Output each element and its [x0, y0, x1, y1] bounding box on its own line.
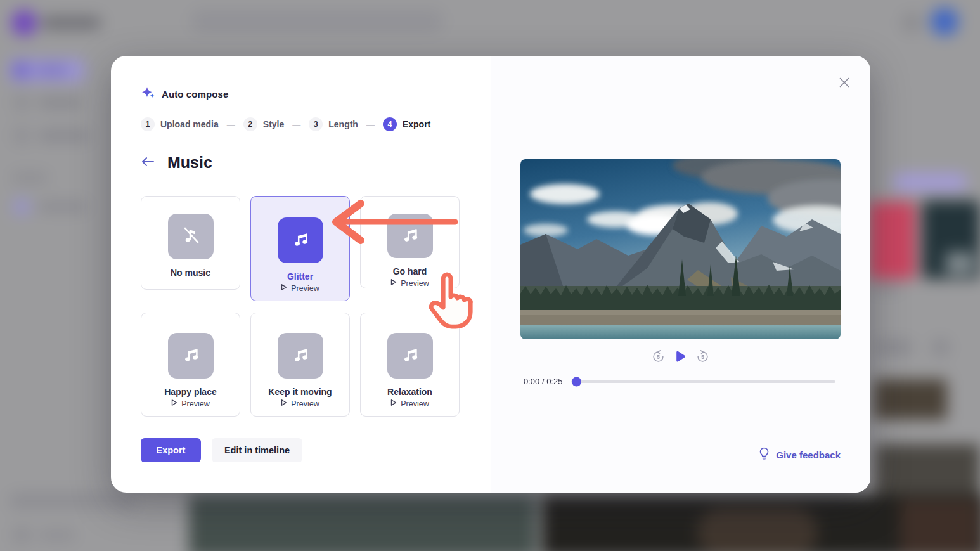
time-display: 0:00 / 0:25 [524, 377, 562, 386]
step-label: Length [328, 119, 358, 129]
step-label: Upload media [160, 119, 219, 129]
sidebar-item-icon [13, 94, 30, 111]
music-tile [387, 333, 433, 379]
sidebar-item-label [38, 202, 87, 212]
rewind-5-icon: 5 [652, 350, 665, 365]
sidebar-item-active-icon [13, 63, 29, 78]
music-card-no-music[interactable]: No music [141, 196, 240, 290]
background-button [874, 340, 913, 355]
music-note-icon [400, 344, 420, 367]
music-note-icon [290, 344, 311, 367]
forward-5-icon: 5 [696, 350, 709, 365]
preview-label: Preview [181, 399, 209, 408]
svg-text:5: 5 [657, 354, 660, 360]
music-note-icon [290, 229, 311, 252]
background-thumbnail-detail [946, 252, 974, 274]
preview-button[interactable]: Preview [390, 278, 429, 288]
topbar-icon-blurred [901, 13, 922, 33]
background-button [932, 339, 950, 356]
preview-label: Preview [401, 279, 429, 288]
lightbulb-icon [758, 447, 770, 463]
give-feedback-button[interactable]: Give feedback [758, 447, 841, 463]
give-feedback-label: Give feedback [776, 450, 841, 460]
step-label: Style [263, 119, 284, 129]
user-avatar [931, 8, 958, 36]
video-preview [520, 159, 841, 339]
close-button[interactable] [837, 75, 852, 91]
music-card-label: No music [171, 268, 210, 278]
step-export[interactable]: 4 Export [383, 117, 430, 131]
app-logo [11, 10, 37, 36]
edit-in-timeline-button[interactable]: Edit in timeline [212, 438, 302, 462]
seek-thumb[interactable] [572, 377, 581, 386]
music-card-relaxation[interactable]: Relaxation Preview [360, 313, 460, 417]
music-card-glitter[interactable]: Glitter Preview [250, 196, 350, 301]
preview-label: Preview [291, 399, 319, 408]
preview-button[interactable]: Preview [171, 399, 209, 408]
rewind-5-button[interactable]: 5 [652, 350, 665, 365]
music-header: Music [141, 153, 212, 172]
sidebar-item-label [38, 530, 76, 540]
preview-button[interactable]: Preview [281, 399, 319, 408]
play-outline-icon [281, 399, 287, 408]
modal-header: Auto compose [141, 86, 228, 102]
search-bar-blurred [190, 10, 444, 33]
music-heading: Music [167, 153, 212, 172]
step-separator: — [366, 120, 375, 129]
music-card-label: Relaxation [387, 387, 432, 397]
step-number: 4 [383, 117, 397, 131]
play-button[interactable] [675, 351, 686, 365]
music-tile [168, 214, 214, 259]
forward-5-button[interactable]: 5 [696, 350, 709, 365]
step-style[interactable]: 2 Style [243, 117, 284, 131]
step-separator: — [292, 120, 300, 129]
music-card-label: Keep it moving [268, 387, 332, 397]
music-tile [278, 333, 323, 379]
music-card-label: Go hard [393, 266, 427, 276]
background-video-thumbnail [189, 495, 536, 551]
preview-button[interactable]: Preview [281, 283, 319, 293]
music-tile [278, 217, 323, 263]
background-person-image [697, 507, 818, 551]
sparkle-icon [141, 86, 155, 102]
step-number: 2 [243, 117, 257, 131]
play-outline-icon [390, 399, 397, 408]
sidebar-item-label [38, 130, 90, 141]
sidebar-item-icon [13, 198, 30, 215]
step-upload-media[interactable]: 1 Upload media [141, 117, 219, 131]
sidebar-item-icon [13, 527, 30, 543]
play-outline-icon [390, 278, 397, 288]
app-logo-text [41, 16, 101, 29]
close-icon [839, 81, 850, 90]
player-controls: 5 5 [520, 350, 841, 365]
export-button[interactable]: Export [141, 438, 201, 462]
background-image [900, 500, 980, 551]
sidebar-item-label [9, 493, 136, 509]
music-tile [168, 333, 214, 379]
music-options-grid: No music Glitter [141, 196, 460, 418]
sidebar-item-active-label [35, 65, 69, 75]
modal-actions: Export Edit in timeline [141, 438, 302, 462]
music-card-go-hard[interactable]: Go hard Preview [360, 196, 460, 288]
back-button[interactable] [141, 155, 157, 171]
sidebar-item-label [38, 97, 82, 108]
seek-bar[interactable] [571, 380, 835, 383]
music-card-label: Glitter [287, 271, 313, 282]
background-thumbnail-red [868, 202, 915, 279]
music-card-label: Happy place [164, 387, 216, 397]
step-number: 3 [309, 117, 323, 131]
play-outline-icon [171, 399, 177, 408]
music-note-off-icon [181, 225, 201, 248]
background-purple-button [893, 173, 967, 191]
music-card-keep-it-moving[interactable]: Keep it moving Preview [250, 313, 350, 417]
background-caption [872, 284, 900, 291]
background-thumbnail-dark [874, 379, 947, 420]
play-icon [675, 351, 686, 365]
stepper: 1 Upload media — 2 Style — 3 Length — 4 … [141, 117, 430, 131]
modal-title: Auto compose [162, 89, 228, 100]
preview-button[interactable]: Preview [390, 399, 429, 408]
music-card-happy-place[interactable]: Happy place Preview [141, 313, 240, 417]
auto-compose-modal: Auto compose 1 Upload media — 2 Style — … [111, 56, 870, 493]
step-length[interactable]: 3 Length [309, 117, 358, 131]
step-separator: — [227, 120, 235, 129]
